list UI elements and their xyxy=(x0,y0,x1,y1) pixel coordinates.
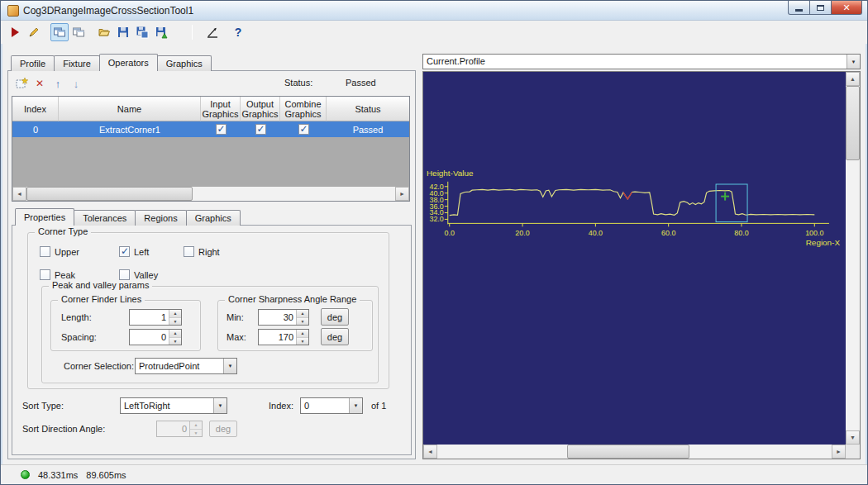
chevron-down-icon[interactable]: ▼ xyxy=(847,55,860,69)
show-result-graphics-button[interactable] xyxy=(50,23,69,41)
col-output-graphics[interactable]: Output Graphics xyxy=(241,97,280,121)
index-combo[interactable]: 0 ▼ xyxy=(300,397,363,414)
checkbox-box xyxy=(184,246,194,257)
min-deg-button[interactable]: deg xyxy=(321,308,349,326)
subtab-graphics[interactable]: Graphics xyxy=(186,210,241,226)
scroll-track[interactable] xyxy=(26,187,395,201)
output-graphics-checkbox[interactable] xyxy=(255,124,266,135)
minimize-button[interactable] xyxy=(788,1,810,15)
y-tick-label: 32.0 xyxy=(429,215,443,223)
index-label: Index: xyxy=(269,401,293,411)
tab-graphics[interactable]: Graphics xyxy=(157,55,212,71)
x-tick-label: 80.0 xyxy=(734,229,748,237)
scroll-thumb[interactable] xyxy=(26,187,193,201)
col-name[interactable]: Name xyxy=(59,97,201,121)
spin-down-icon[interactable]: ▼ xyxy=(169,318,181,326)
help-button[interactable]: ? xyxy=(229,23,247,41)
scroll-left-icon[interactable]: ◄ xyxy=(423,445,437,459)
length-stepper[interactable]: 1 ▲▼ xyxy=(129,309,182,326)
spin-down-icon[interactable]: ▼ xyxy=(297,338,308,345)
scroll-right-icon[interactable]: ► xyxy=(832,445,846,459)
sort-type-combo[interactable]: LeftToRight ▼ xyxy=(120,397,227,414)
tab-operators[interactable]: Operators xyxy=(99,54,158,71)
table-row[interactable]: 0 ExtractCorner1 Passed xyxy=(12,121,409,137)
scroll-right-icon[interactable]: ► xyxy=(395,187,409,201)
export-image-button[interactable] xyxy=(152,23,170,41)
left-checkbox[interactable]: Left xyxy=(119,246,149,257)
spin-up-icon[interactable]: ▲ xyxy=(297,310,308,318)
edit-button[interactable] xyxy=(25,23,43,41)
chevron-down-icon[interactable]: ▼ xyxy=(213,398,227,413)
maximize-icon xyxy=(817,5,824,11)
run-button[interactable] xyxy=(6,23,24,41)
spin-up-icon[interactable]: ▲ xyxy=(169,310,181,318)
app-window: Cog3DRangeImageCrossSectionTool1 ✕ xyxy=(0,0,868,485)
col-input-graphics[interactable]: Input Graphics xyxy=(201,97,241,121)
cell-output-graphics xyxy=(241,121,280,137)
input-graphics-checkbox[interactable] xyxy=(216,124,227,135)
float-window-button[interactable] xyxy=(69,23,88,41)
scroll-up-icon[interactable]: ▲ xyxy=(846,72,860,86)
titlebar[interactable]: Cog3DRangeImageCrossSectionTool1 ✕ xyxy=(1,1,867,21)
delete-operator-button[interactable]: ✕ xyxy=(31,75,48,92)
save-as-button[interactable] xyxy=(133,23,151,41)
max-angle-stepper[interactable]: 170 ▲▼ xyxy=(258,329,309,345)
operators-table: Index Name Input Graphics Output Graphic… xyxy=(12,96,410,202)
col-combine-graphics[interactable]: Combine Graphics xyxy=(280,97,327,121)
display-vscrollbar[interactable]: ▲ ▼ xyxy=(846,72,860,445)
combine-graphics-checkbox[interactable] xyxy=(298,124,309,135)
scroll-down-icon[interactable]: ▼ xyxy=(846,430,860,445)
move-down-button[interactable]: ↓ xyxy=(68,75,84,92)
new-operator-button[interactable] xyxy=(13,75,30,92)
display-selector[interactable]: Current.Profile ▼ xyxy=(422,54,861,69)
app-icon xyxy=(7,5,19,17)
peak-label: Peak xyxy=(55,270,75,280)
measure-angle-button[interactable] xyxy=(203,23,222,41)
of-count-label: of 1 xyxy=(371,401,386,411)
scroll-track[interactable] xyxy=(437,445,832,459)
display-panel: Current.Profile ▼ 42.040.038.036.034.032… xyxy=(422,54,861,459)
subtab-tolerances[interactable]: Tolerances xyxy=(74,210,136,226)
scroll-track[interactable] xyxy=(846,86,860,430)
tab-profile[interactable]: Profile xyxy=(11,55,55,71)
help-icon: ? xyxy=(235,26,242,39)
spin-down-icon[interactable]: ▼ xyxy=(169,338,181,345)
subtab-properties[interactable]: Properties xyxy=(15,208,74,226)
table-hscrollbar[interactable]: ◄ ► xyxy=(12,187,409,201)
valley-checkbox[interactable]: Valley xyxy=(119,269,158,280)
peak-checkbox[interactable]: Peak xyxy=(40,269,75,280)
col-status[interactable]: Status xyxy=(327,97,409,121)
scroll-left-icon[interactable]: ◄ xyxy=(12,187,26,201)
profile-display[interactable]: 42.040.038.036.034.032.00.020.040.060.08… xyxy=(422,71,861,459)
upper-checkbox[interactable]: Upper xyxy=(40,246,79,257)
max-deg-button[interactable]: deg xyxy=(321,328,349,345)
selection-box[interactable] xyxy=(716,184,747,222)
cell-status: Passed xyxy=(327,121,409,137)
scroll-thumb[interactable] xyxy=(567,445,689,459)
chevron-down-icon[interactable]: ▼ xyxy=(349,398,362,413)
scroll-thumb[interactable] xyxy=(846,86,860,160)
open-file-button[interactable] xyxy=(95,23,113,41)
move-up-button[interactable]: ↑ xyxy=(50,75,66,92)
measure-angle-icon xyxy=(206,26,219,39)
max-label: Max: xyxy=(227,332,246,342)
save-button[interactable] xyxy=(114,23,132,41)
chevron-down-icon[interactable]: ▼ xyxy=(223,359,236,373)
close-button[interactable]: ✕ xyxy=(831,1,862,15)
checkbox-box xyxy=(40,269,50,280)
spin-down-icon[interactable]: ▼ xyxy=(297,318,308,326)
min-angle-stepper[interactable]: 30 ▲▼ xyxy=(258,309,309,326)
right-checkbox[interactable]: Right xyxy=(184,246,220,257)
display-hscrollbar[interactable]: ◄ ► xyxy=(423,445,846,459)
plot-ylabel: Height-Value xyxy=(427,169,474,178)
maximize-button[interactable] xyxy=(809,1,832,15)
subtab-regions[interactable]: Regions xyxy=(135,210,186,226)
tab-fixture[interactable]: Fixture xyxy=(54,55,100,71)
main-toolbar: ? xyxy=(1,21,867,44)
profile-plot[interactable]: 42.040.038.036.034.032.00.020.040.060.08… xyxy=(423,72,846,445)
col-index[interactable]: Index xyxy=(12,97,59,121)
spin-up-icon[interactable]: ▲ xyxy=(169,330,181,338)
spin-up-icon[interactable]: ▲ xyxy=(297,330,308,338)
spacing-stepper[interactable]: 0 ▲▼ xyxy=(129,329,182,345)
corner-selection-combo[interactable]: ProtrudedPoint ▼ xyxy=(135,358,237,374)
